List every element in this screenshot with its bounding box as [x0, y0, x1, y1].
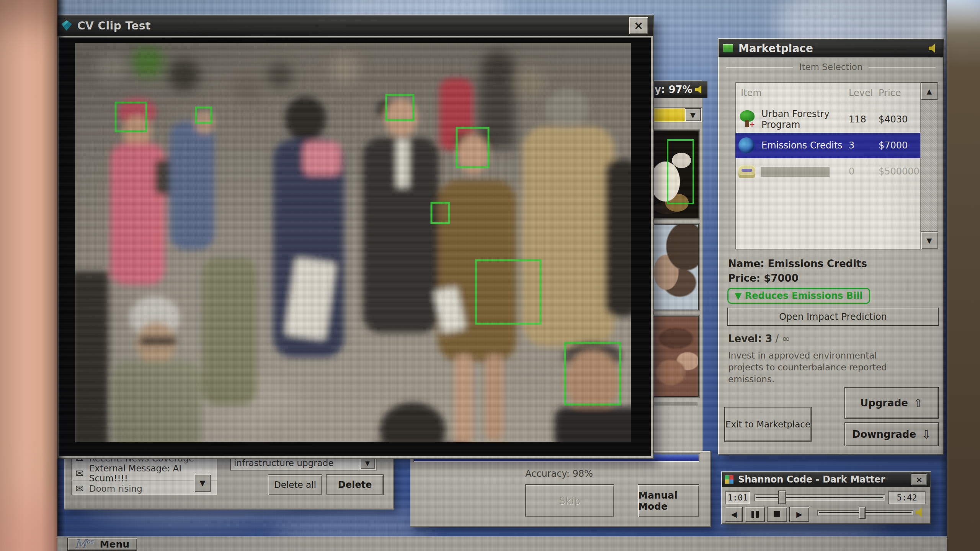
delete-all-label: Delete all [274, 480, 316, 490]
background-app-right-strip: y: 97% ▼ [652, 80, 703, 463]
portrait-photo-curly-woman [652, 223, 700, 311]
portrait-photo-posterized-man [652, 129, 700, 220]
phone-icon [738, 165, 755, 178]
envelope-icon: ✉ [75, 468, 84, 479]
seek-slider[interactable] [754, 494, 885, 501]
item-list-header: Item Level Price [741, 88, 921, 98]
open-impact-prediction-button[interactable]: Open Impact Prediction [727, 308, 939, 326]
speaker-icon[interactable] [695, 85, 705, 95]
screen-edge-shadow [57, 0, 65, 551]
task-dropdown-value: infrastructure upgrade [234, 458, 333, 468]
background-app-titlebar-fragment[interactable]: y: 97% [652, 81, 707, 98]
chevron-up-icon: ▲ [927, 87, 932, 95]
item-price: $4030 [879, 114, 915, 125]
item-name-redacted [755, 166, 849, 177]
close-button[interactable]: × [629, 17, 648, 34]
total-time: 5:42 [888, 491, 926, 504]
effect-tag-label: ▼ Reduces Emissions Bill [735, 290, 863, 301]
delete-button[interactable]: Delete [326, 474, 384, 495]
crt-monitor-scene: y: 97% ▼ ✉ Recent: News Coverage ✉ Exter… [0, 0, 980, 551]
item-row-urban-forestry[interactable]: + Urban Forestry Program 118 $4030 [735, 107, 921, 132]
os-logo-m: M [75, 537, 87, 551]
upgrade-button[interactable]: Upgrade ⇧ [844, 387, 939, 419]
item-name: Emissions Credits [755, 140, 849, 151]
player-titlebar[interactable]: Shannon Code - Dark Matter × [722, 472, 930, 487]
close-icon: × [916, 475, 923, 484]
speaker-icon[interactable] [929, 43, 939, 53]
menu-label: Menu [100, 539, 129, 550]
item-description: Invest in approved environmental project… [728, 350, 897, 385]
item-name: Urban Forestry Program [756, 109, 849, 130]
item-row-locked[interactable]: 0 $500000 [735, 159, 921, 184]
elapsed-time: 1:01 [725, 491, 750, 504]
impact-button-label: Open Impact Prediction [779, 311, 887, 322]
message-label: Doom rising [89, 484, 142, 494]
item-price: $7000 [879, 140, 915, 151]
volume-speaker-icon[interactable] [916, 507, 926, 518]
pause-button[interactable] [745, 507, 765, 522]
manual-mode-button[interactable]: Manual Mode [638, 484, 699, 517]
manual-mode-label: Manual Mode [638, 490, 699, 512]
column-item: Item [741, 88, 849, 98]
chevron-down-icon: ▼ [365, 460, 370, 467]
globe-icon [738, 137, 755, 153]
arrow-down-icon: ⇩ [921, 428, 931, 441]
cv-video[interactable] [75, 43, 631, 442]
skip-button[interactable]: Skip [525, 484, 614, 517]
cv-clip-test-window: CV Clip Test × [56, 15, 654, 459]
accuracy-label: Accuracy: 98% [525, 468, 593, 479]
background-app-bottom-left: ✉ Recent: News Coverage ✉ External Messa… [64, 454, 394, 510]
item-price: $500000 [879, 166, 915, 177]
priority-dropdown-fragment[interactable]: ▼ [653, 107, 702, 122]
os-logo-sup: os [87, 538, 94, 545]
face-detection-box [667, 139, 694, 204]
background-app-bottom-center: Accuracy: 98% Skip Manual Mode [410, 451, 711, 527]
play-button[interactable]: ▶ [789, 507, 809, 522]
item-level: 0 [849, 166, 879, 177]
arrow-up-icon: ⇧ [913, 396, 923, 410]
stop-button[interactable] [767, 507, 787, 522]
portrait-frame-partial [652, 402, 697, 406]
chevron-down-icon: ▼ [690, 111, 696, 119]
player-app-icon [725, 475, 733, 484]
tree-icon: + [738, 110, 756, 129]
level-value: Level: 3 [728, 333, 772, 344]
exit-label: Exit to Marketplace [725, 419, 810, 429]
seek-handle[interactable] [778, 491, 786, 504]
envelope-icon: ✉ [75, 483, 84, 494]
downgrade-button[interactable]: Downgrade ⇩ [844, 422, 939, 446]
item-list[interactable]: Item Level Price + Urban Forestry Progra… [735, 82, 938, 249]
pause-icon [751, 511, 754, 518]
item-list-scrollbar[interactable]: ▲ ▼ [920, 82, 938, 249]
player-close-button[interactable]: × [911, 473, 927, 486]
marketplace-titlebar[interactable]: Marketplace [719, 39, 943, 57]
message-scroll-down-button[interactable]: ▼ [194, 474, 211, 492]
scroll-down-button[interactable]: ▼ [921, 231, 938, 249]
exit-to-marketplace-button[interactable]: Exit to Marketplace [724, 407, 812, 442]
chevron-down-icon: ▼ [927, 236, 932, 245]
effect-tag: ▼ Reduces Emissions Bill [727, 288, 870, 304]
total-time-value: 5:42 [897, 493, 917, 502]
item-level: 118 [849, 114, 879, 125]
volume-handle[interactable] [859, 507, 866, 519]
group-label-text: Item Selection [799, 62, 863, 72]
previous-icon: ◀ [731, 510, 737, 519]
previous-button[interactable]: ◀ [725, 507, 743, 522]
crowd-scene [75, 43, 631, 442]
skip-label: Skip [559, 495, 580, 507]
upgrade-label: Upgrade [860, 397, 908, 409]
monitor-bezel-left [0, 0, 57, 551]
menu-button[interactable]: Mos Menu [67, 538, 137, 551]
scroll-up-button[interactable]: ▲ [921, 82, 938, 100]
stop-icon [774, 511, 780, 517]
dropdown-arrow-button[interactable]: ▼ [685, 108, 701, 121]
item-row-emissions-credits[interactable]: Emissions Credits 3 $7000 [735, 133, 921, 158]
item-level: 3 [849, 140, 879, 151]
volume-slider[interactable] [817, 510, 913, 516]
monitor-bezel-right [947, 0, 980, 551]
music-player-window: Shannon Code - Dark Matter × 1:01 5:42 ◀… [721, 471, 931, 524]
cv-window-titlebar[interactable]: CV Clip Test × [57, 15, 653, 36]
item-level-line: Level: 3 / ∞ [728, 333, 790, 344]
delete-all-button[interactable]: Delete all [268, 474, 322, 495]
item-selection-group-label: Item Selection [719, 62, 943, 72]
